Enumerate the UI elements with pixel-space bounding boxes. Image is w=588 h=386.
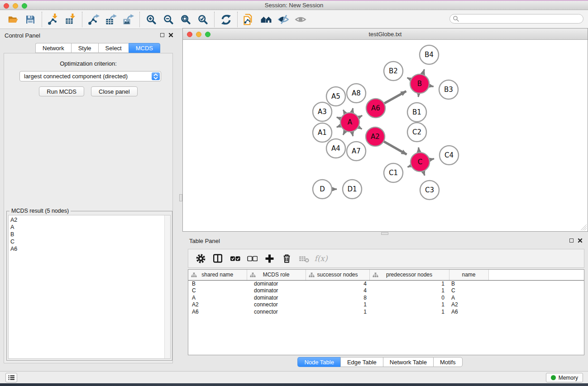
graph-node-A3[interactable]: A3 <box>313 102 332 121</box>
close-window-button[interactable] <box>4 3 9 9</box>
graph-node-B1[interactable]: B1 <box>407 103 426 122</box>
save-icon[interactable] <box>22 12 39 27</box>
mcds-result-item[interactable]: C <box>10 238 170 245</box>
graph-node-A1[interactable]: A1 <box>313 123 332 142</box>
graph-node-B2[interactable]: B2 <box>384 62 403 81</box>
graph-edge-B-B4[interactable] <box>423 69 425 74</box>
column-header-successor-nodes[interactable]: successor nodes <box>306 270 369 280</box>
open-icon[interactable] <box>5 12 22 27</box>
graph-edge-A-A8[interactable] <box>352 108 353 112</box>
graph-node-A[interactable]: A <box>340 113 359 132</box>
fx-button[interactable]: f(x) <box>313 251 329 266</box>
tab-network-table[interactable]: Network Table <box>383 357 433 367</box>
delete-table-icon[interactable] <box>296 251 311 266</box>
table-cell[interactable]: A2 <box>449 301 488 309</box>
table-row[interactable]: Bdominator41B <box>188 280 584 287</box>
graph-edge-A-A6[interactable] <box>359 115 362 117</box>
tab-network[interactable]: Network <box>35 43 71 53</box>
graph-node-B3[interactable]: B3 <box>439 80 458 99</box>
table-cell[interactable]: connector <box>247 301 306 309</box>
new-network-from-selection-icon[interactable] <box>240 12 258 27</box>
table-cell[interactable]: A <box>449 294 488 301</box>
graph-node-C2[interactable]: C2 <box>407 123 426 142</box>
eye-icon[interactable] <box>292 12 309 27</box>
search-field[interactable] <box>449 14 583 24</box>
graph-node-A7[interactable]: A7 <box>347 142 366 161</box>
graph-edge-C-C2[interactable] <box>419 148 419 152</box>
export-image-icon[interactable] <box>120 12 137 27</box>
table-cell[interactable]: A6 <box>449 308 488 315</box>
graph-node-A2[interactable]: A2 <box>366 127 385 146</box>
zoom-window-button[interactable] <box>22 3 27 9</box>
table-cell[interactable]: 1 <box>369 308 449 315</box>
table-row[interactable]: A2connector11A2 <box>188 301 584 309</box>
refresh-icon[interactable] <box>217 12 234 27</box>
table-cell[interactable]: 4 <box>306 287 369 295</box>
select-all-checks-icon[interactable] <box>227 251 243 266</box>
graph-edge-B-B2[interactable] <box>407 78 411 80</box>
table-cell[interactable]: dominator <box>247 294 306 301</box>
export-network-icon[interactable] <box>85 12 102 27</box>
deselect-all-checks-icon[interactable] <box>244 251 260 266</box>
tab-select[interactable]: Select <box>98 43 129 53</box>
network-window-titlebar[interactable]: testGlobe.txt <box>183 29 588 40</box>
graph-edge-A-A2[interactable] <box>359 127 362 129</box>
mcds-result-item[interactable]: A6 <box>10 245 170 253</box>
close-view-button[interactable] <box>187 32 192 37</box>
graph-node-C[interactable]: C <box>411 152 430 172</box>
tab-style[interactable]: Style <box>71 43 98 53</box>
graph-node-B[interactable]: B <box>410 74 429 93</box>
graph-edge-B-B3[interactable] <box>430 86 434 86</box>
graph-edge-A-A5[interactable] <box>343 110 345 114</box>
houses-icon[interactable] <box>258 12 275 27</box>
graph-edge-A-A1[interactable] <box>337 126 341 127</box>
task-history-button[interactable] <box>5 373 17 382</box>
table-cell[interactable]: C <box>188 287 247 295</box>
graph-node-A5[interactable]: A5 <box>326 87 345 106</box>
tab-motifs[interactable]: Motifs <box>433 357 463 367</box>
graph-node-D1[interactable]: D1 <box>343 180 362 199</box>
mcds-result-list[interactable]: A2ABCA6 <box>8 215 171 359</box>
mcds-result-item[interactable]: B <box>10 231 170 238</box>
table-cell[interactable]: A2 <box>188 301 247 309</box>
search-input[interactable] <box>459 15 583 23</box>
minimize-window-button[interactable] <box>13 3 18 9</box>
network-view-window[interactable]: testGlobe.txt AA1A2A3A4A5A6A7A8BB1B2B3B4… <box>182 28 588 232</box>
graph-edge-C-C3[interactable] <box>423 172 425 176</box>
graph-node-B4[interactable]: B4 <box>420 45 439 64</box>
memory-button[interactable]: Memory <box>546 373 583 382</box>
split-pane-handle[interactable] <box>179 194 182 201</box>
table-cell[interactable]: B <box>449 280 488 287</box>
graph-node-A6[interactable]: A6 <box>366 99 385 118</box>
table-cell[interactable]: 8 <box>306 294 369 301</box>
table-cell[interactable]: dominator <box>247 280 306 287</box>
mcds-result-item[interactable]: A <box>10 224 170 231</box>
network-graph[interactable]: AA1A2A3A4A5A6A7A8BB1B2B3B4CC1C2C3C4DD1 <box>183 40 587 231</box>
graph-edge-A-A7[interactable] <box>352 132 353 136</box>
table-cell[interactable]: A6 <box>188 308 247 315</box>
table-cell[interactable]: B <box>188 280 247 287</box>
close-panel-button[interactable]: Close panel <box>91 86 138 96</box>
table-cell[interactable]: 4 <box>306 280 369 287</box>
table-cell[interactable]: 1 <box>369 301 449 309</box>
table-cell[interactable]: 0 <box>369 294 449 301</box>
split-columns-icon[interactable] <box>210 251 225 266</box>
graph-node-D[interactable]: D <box>313 180 332 199</box>
graph-node-A8[interactable]: A8 <box>347 84 366 103</box>
plus-icon[interactable] <box>262 251 277 266</box>
graph-edge-A6-B[interactable] <box>384 91 406 104</box>
mcds-scrollbar[interactable] <box>164 215 170 358</box>
graph-edge-A2-C[interactable] <box>384 142 406 154</box>
graph-edge-A-A3[interactable] <box>337 117 341 119</box>
resize-grip-icon[interactable] <box>581 224 587 230</box>
table-cell[interactable]: 1 <box>306 308 369 315</box>
tab-edge-table[interactable]: Edge Table <box>340 357 383 367</box>
column-header-name[interactable]: name <box>449 270 488 280</box>
table-cell[interactable]: A <box>188 294 247 301</box>
table-cell[interactable]: dominator <box>247 287 306 295</box>
gear-icon[interactable] <box>193 251 208 266</box>
zoom-out-icon[interactable] <box>160 12 177 27</box>
column-header-shared-name[interactable]: shared name <box>188 270 247 280</box>
graph-node-C3[interactable]: C3 <box>420 181 439 200</box>
mcds-result-item[interactable]: A2 <box>10 216 170 224</box>
